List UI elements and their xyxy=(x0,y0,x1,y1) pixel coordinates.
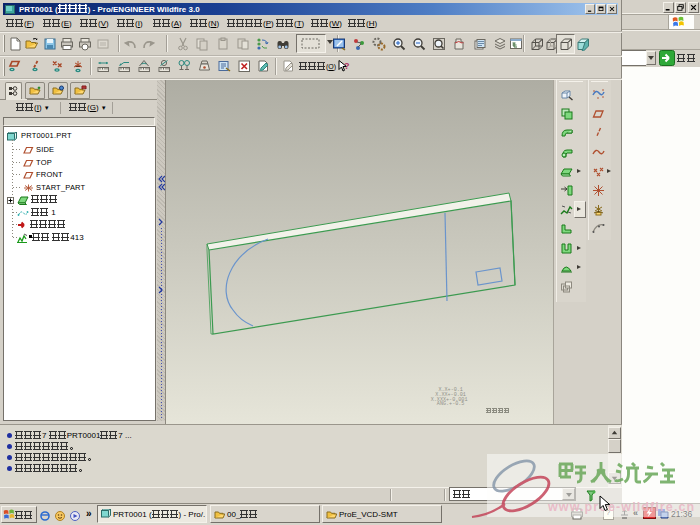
svg-text:?: ? xyxy=(344,61,350,71)
